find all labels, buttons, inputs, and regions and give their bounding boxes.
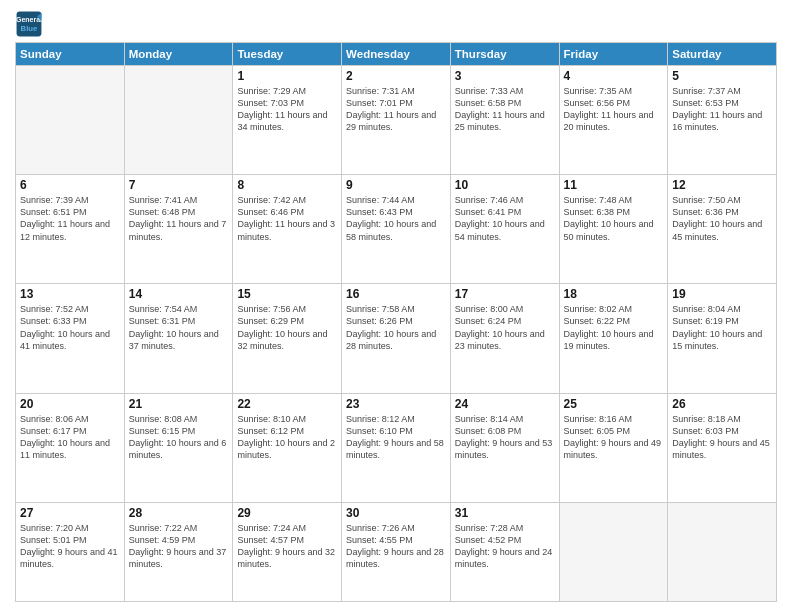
day-of-week-header: Sunday (16, 43, 125, 66)
day-of-week-header: Thursday (450, 43, 559, 66)
day-number: 4 (564, 69, 664, 83)
day-info: Sunrise: 7:46 AM Sunset: 6:41 PM Dayligh… (455, 194, 555, 243)
day-number: 26 (672, 397, 772, 411)
calendar-cell (124, 66, 233, 175)
calendar-cell: 16Sunrise: 7:58 AM Sunset: 6:26 PM Dayli… (342, 284, 451, 393)
day-info: Sunrise: 8:06 AM Sunset: 6:17 PM Dayligh… (20, 413, 120, 462)
logo: General Blue (15, 10, 43, 38)
day-info: Sunrise: 8:16 AM Sunset: 6:05 PM Dayligh… (564, 413, 664, 462)
calendar-week-row: 1Sunrise: 7:29 AM Sunset: 7:03 PM Daylig… (16, 66, 777, 175)
day-info: Sunrise: 8:08 AM Sunset: 6:15 PM Dayligh… (129, 413, 229, 462)
day-info: Sunrise: 8:04 AM Sunset: 6:19 PM Dayligh… (672, 303, 772, 352)
day-number: 29 (237, 506, 337, 520)
calendar-week-row: 13Sunrise: 7:52 AM Sunset: 6:33 PM Dayli… (16, 284, 777, 393)
day-number: 3 (455, 69, 555, 83)
day-info: Sunrise: 7:48 AM Sunset: 6:38 PM Dayligh… (564, 194, 664, 243)
day-number: 13 (20, 287, 120, 301)
day-info: Sunrise: 7:24 AM Sunset: 4:57 PM Dayligh… (237, 522, 337, 571)
calendar-cell: 5Sunrise: 7:37 AM Sunset: 6:53 PM Daylig… (668, 66, 777, 175)
day-number: 1 (237, 69, 337, 83)
day-number: 14 (129, 287, 229, 301)
calendar-cell: 10Sunrise: 7:46 AM Sunset: 6:41 PM Dayli… (450, 175, 559, 284)
calendar-cell: 13Sunrise: 7:52 AM Sunset: 6:33 PM Dayli… (16, 284, 125, 393)
calendar-cell: 21Sunrise: 8:08 AM Sunset: 6:15 PM Dayli… (124, 393, 233, 502)
header: General Blue (15, 10, 777, 38)
day-number: 8 (237, 178, 337, 192)
day-info: Sunrise: 7:26 AM Sunset: 4:55 PM Dayligh… (346, 522, 446, 571)
calendar-cell: 6Sunrise: 7:39 AM Sunset: 6:51 PM Daylig… (16, 175, 125, 284)
day-number: 11 (564, 178, 664, 192)
day-number: 24 (455, 397, 555, 411)
day-number: 10 (455, 178, 555, 192)
calendar-cell: 2Sunrise: 7:31 AM Sunset: 7:01 PM Daylig… (342, 66, 451, 175)
calendar-cell: 31Sunrise: 7:28 AM Sunset: 4:52 PM Dayli… (450, 502, 559, 601)
day-info: Sunrise: 7:50 AM Sunset: 6:36 PM Dayligh… (672, 194, 772, 243)
day-info: Sunrise: 8:18 AM Sunset: 6:03 PM Dayligh… (672, 413, 772, 462)
day-number: 27 (20, 506, 120, 520)
day-number: 7 (129, 178, 229, 192)
calendar-cell: 24Sunrise: 8:14 AM Sunset: 6:08 PM Dayli… (450, 393, 559, 502)
day-info: Sunrise: 7:52 AM Sunset: 6:33 PM Dayligh… (20, 303, 120, 352)
day-info: Sunrise: 8:10 AM Sunset: 6:12 PM Dayligh… (237, 413, 337, 462)
day-number: 25 (564, 397, 664, 411)
day-info: Sunrise: 8:00 AM Sunset: 6:24 PM Dayligh… (455, 303, 555, 352)
day-number: 15 (237, 287, 337, 301)
day-of-week-header: Wednesday (342, 43, 451, 66)
calendar-cell: 9Sunrise: 7:44 AM Sunset: 6:43 PM Daylig… (342, 175, 451, 284)
logo-icon: General Blue (15, 10, 43, 38)
calendar-cell: 4Sunrise: 7:35 AM Sunset: 6:56 PM Daylig… (559, 66, 668, 175)
day-number: 12 (672, 178, 772, 192)
day-info: Sunrise: 7:39 AM Sunset: 6:51 PM Dayligh… (20, 194, 120, 243)
calendar-table: SundayMondayTuesdayWednesdayThursdayFrid… (15, 42, 777, 602)
calendar-cell: 8Sunrise: 7:42 AM Sunset: 6:46 PM Daylig… (233, 175, 342, 284)
calendar-cell (16, 66, 125, 175)
calendar-cell: 20Sunrise: 8:06 AM Sunset: 6:17 PM Dayli… (16, 393, 125, 502)
day-number: 17 (455, 287, 555, 301)
page: General Blue SundayMondayTuesdayWednesda… (0, 0, 792, 612)
day-info: Sunrise: 7:35 AM Sunset: 6:56 PM Dayligh… (564, 85, 664, 134)
day-info: Sunrise: 7:28 AM Sunset: 4:52 PM Dayligh… (455, 522, 555, 571)
day-number: 20 (20, 397, 120, 411)
calendar-header-row: SundayMondayTuesdayWednesdayThursdayFrid… (16, 43, 777, 66)
svg-text:Blue: Blue (21, 24, 39, 33)
day-number: 22 (237, 397, 337, 411)
calendar-cell (559, 502, 668, 601)
day-number: 30 (346, 506, 446, 520)
calendar-cell: 1Sunrise: 7:29 AM Sunset: 7:03 PM Daylig… (233, 66, 342, 175)
calendar-cell: 7Sunrise: 7:41 AM Sunset: 6:48 PM Daylig… (124, 175, 233, 284)
calendar-cell: 28Sunrise: 7:22 AM Sunset: 4:59 PM Dayli… (124, 502, 233, 601)
day-number: 2 (346, 69, 446, 83)
day-info: Sunrise: 7:20 AM Sunset: 5:01 PM Dayligh… (20, 522, 120, 571)
calendar-week-row: 6Sunrise: 7:39 AM Sunset: 6:51 PM Daylig… (16, 175, 777, 284)
day-info: Sunrise: 7:37 AM Sunset: 6:53 PM Dayligh… (672, 85, 772, 134)
day-info: Sunrise: 7:22 AM Sunset: 4:59 PM Dayligh… (129, 522, 229, 571)
calendar-cell: 30Sunrise: 7:26 AM Sunset: 4:55 PM Dayli… (342, 502, 451, 601)
calendar-cell: 22Sunrise: 8:10 AM Sunset: 6:12 PM Dayli… (233, 393, 342, 502)
day-info: Sunrise: 7:29 AM Sunset: 7:03 PM Dayligh… (237, 85, 337, 134)
calendar-week-row: 27Sunrise: 7:20 AM Sunset: 5:01 PM Dayli… (16, 502, 777, 601)
calendar-cell: 29Sunrise: 7:24 AM Sunset: 4:57 PM Dayli… (233, 502, 342, 601)
day-of-week-header: Monday (124, 43, 233, 66)
day-number: 21 (129, 397, 229, 411)
day-number: 5 (672, 69, 772, 83)
calendar-cell: 15Sunrise: 7:56 AM Sunset: 6:29 PM Dayli… (233, 284, 342, 393)
calendar-cell: 12Sunrise: 7:50 AM Sunset: 6:36 PM Dayli… (668, 175, 777, 284)
day-info: Sunrise: 7:56 AM Sunset: 6:29 PM Dayligh… (237, 303, 337, 352)
day-info: Sunrise: 7:33 AM Sunset: 6:58 PM Dayligh… (455, 85, 555, 134)
day-info: Sunrise: 7:41 AM Sunset: 6:48 PM Dayligh… (129, 194, 229, 243)
calendar-cell: 3Sunrise: 7:33 AM Sunset: 6:58 PM Daylig… (450, 66, 559, 175)
calendar-cell: 18Sunrise: 8:02 AM Sunset: 6:22 PM Dayli… (559, 284, 668, 393)
day-info: Sunrise: 8:12 AM Sunset: 6:10 PM Dayligh… (346, 413, 446, 462)
day-number: 6 (20, 178, 120, 192)
day-info: Sunrise: 7:31 AM Sunset: 7:01 PM Dayligh… (346, 85, 446, 134)
day-number: 9 (346, 178, 446, 192)
day-of-week-header: Saturday (668, 43, 777, 66)
calendar-cell: 19Sunrise: 8:04 AM Sunset: 6:19 PM Dayli… (668, 284, 777, 393)
calendar-cell: 17Sunrise: 8:00 AM Sunset: 6:24 PM Dayli… (450, 284, 559, 393)
day-number: 18 (564, 287, 664, 301)
day-info: Sunrise: 8:14 AM Sunset: 6:08 PM Dayligh… (455, 413, 555, 462)
calendar-cell: 27Sunrise: 7:20 AM Sunset: 5:01 PM Dayli… (16, 502, 125, 601)
day-info: Sunrise: 7:58 AM Sunset: 6:26 PM Dayligh… (346, 303, 446, 352)
day-info: Sunrise: 7:42 AM Sunset: 6:46 PM Dayligh… (237, 194, 337, 243)
day-of-week-header: Friday (559, 43, 668, 66)
